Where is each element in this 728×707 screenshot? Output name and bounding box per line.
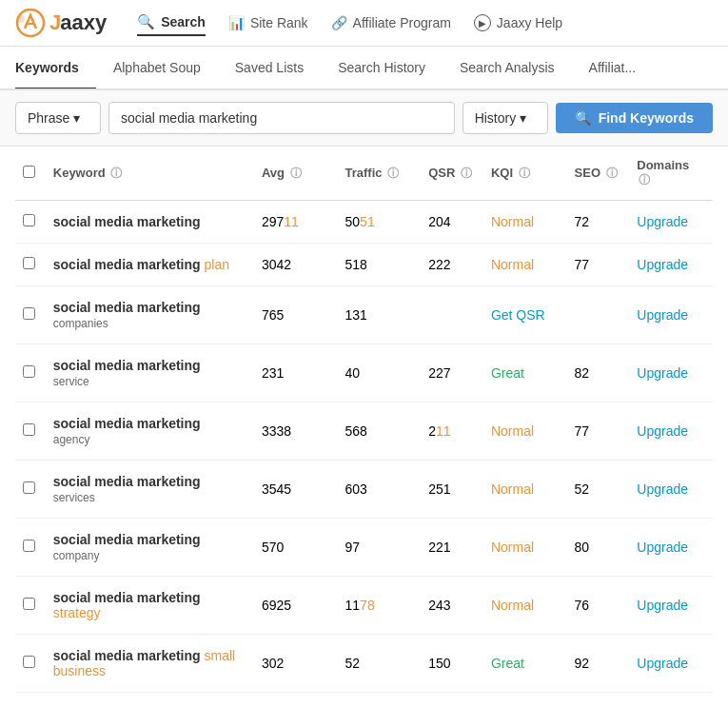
seo-cell: 77: [567, 403, 630, 461]
row-checkbox[interactable]: [23, 656, 35, 668]
domains-cell[interactable]: Upgrade: [629, 286, 713, 344]
seo-cell: 76: [567, 577, 630, 635]
table-row: social media marketingservices3545603251…: [15, 461, 713, 519]
traffic-cell: 1178: [338, 577, 422, 635]
avg-cell: 3338: [254, 403, 338, 461]
table-row: social media marketingcompanies765131Get…: [15, 286, 713, 344]
upgrade-link[interactable]: Upgrade: [637, 598, 688, 613]
history-label: History: [475, 110, 517, 126]
nav-siterank[interactable]: 📊 Site Rank: [228, 11, 308, 34]
row-checkbox[interactable]: [23, 214, 35, 226]
find-keywords-button[interactable]: 🔍 Find Keywords: [556, 103, 713, 133]
upgrade-link[interactable]: Upgrade: [637, 481, 688, 497]
upgrade-link[interactable]: Upgrade: [637, 656, 688, 671]
seo-cell: [567, 286, 630, 344]
tab-search-analysis[interactable]: Search Analysis: [443, 47, 572, 88]
row-checkbox[interactable]: [23, 481, 35, 494]
keyword-cell: social media marketingservice: [46, 344, 254, 403]
keyword-main: social media marketing: [53, 416, 201, 431]
seo-cell: 52: [567, 461, 630, 519]
domains-info-icon[interactable]: ⓘ: [639, 173, 650, 187]
nav-search[interactable]: 🔍 Search: [137, 10, 206, 36]
tab-affiliat[interactable]: Affiliat...: [572, 47, 654, 88]
keyword-cell: social media marketing strategy: [46, 577, 254, 635]
logo-icon: [15, 8, 46, 38]
qsr-cell: 221: [421, 519, 483, 577]
domains-cell[interactable]: Upgrade: [629, 344, 713, 403]
traffic-cell: 131: [338, 286, 422, 344]
row-checkbox[interactable]: [23, 257, 35, 269]
tab-saved-lists[interactable]: Saved Lists: [218, 47, 321, 88]
kqi-value: Normal: [491, 214, 534, 229]
history-dropdown[interactable]: History ▾: [462, 102, 548, 134]
nav-siterank-label: Site Rank: [250, 15, 308, 30]
kqi-value: Normal: [491, 540, 534, 555]
keyword-cell: social media marketing: [46, 201, 254, 244]
kqi-cell[interactable]: Get QSR: [483, 286, 567, 344]
row-checkbox[interactable]: [23, 540, 35, 552]
upgrade-link[interactable]: Upgrade: [637, 423, 688, 439]
row-checkbox[interactable]: [23, 423, 35, 436]
row-checkbox[interactable]: [23, 598, 35, 610]
traffic-info-icon[interactable]: ⓘ: [387, 167, 399, 180]
domains-cell[interactable]: Upgrade: [629, 201, 713, 244]
avg-cell: 302: [254, 635, 338, 693]
col-header-keyword: Keyword ⓘ: [46, 147, 254, 201]
keyword-cell: social media marketingservices: [46, 461, 254, 519]
table-row: social media marketingagency3338568211No…: [15, 403, 713, 461]
row-checkbox[interactable]: [23, 307, 35, 320]
keyword-info-icon[interactable]: ⓘ: [110, 167, 122, 180]
upgrade-link[interactable]: Upgrade: [637, 540, 688, 555]
tab-keywords[interactable]: Keywords: [15, 47, 96, 88]
kqi-cell: Normal: [483, 403, 567, 461]
kqi-value: Normal: [491, 598, 534, 613]
keyword-main: social media marketing: [53, 474, 201, 489]
keyword-main: social media marketing: [53, 532, 201, 547]
seo-cell: 92: [567, 635, 630, 693]
traffic-cell: 603: [338, 461, 422, 519]
seo-info-icon[interactable]: ⓘ: [606, 167, 618, 180]
nav-affiliate[interactable]: 🔗 Affiliate Program: [331, 11, 451, 34]
qsr-cell: 150: [421, 635, 483, 693]
qsr-info-icon[interactable]: ⓘ: [461, 167, 472, 180]
domains-cell[interactable]: Upgrade: [629, 403, 713, 461]
logo[interactable]: Jaaxy: [15, 8, 107, 38]
table-row: social media marketing strategy692511782…: [15, 577, 713, 635]
keyword-sub: service: [53, 375, 89, 388]
select-all-checkbox[interactable]: [23, 166, 35, 178]
domains-cell[interactable]: Upgrade: [629, 461, 713, 519]
traffic-cell: 5051: [338, 201, 422, 244]
tab-search-history[interactable]: Search History: [321, 47, 443, 88]
logo-j: J: [49, 10, 60, 35]
keyword-cell: social media marketing plan: [46, 244, 254, 286]
avg-cell: 29711: [254, 201, 338, 244]
keyword-sub: services: [53, 491, 95, 504]
upgrade-link[interactable]: Upgrade: [637, 257, 688, 272]
col-header-domains: Domains ⓘ: [629, 147, 713, 201]
keyword-main: social media marketing: [53, 257, 201, 272]
phrase-dropdown[interactable]: Phrase ▾: [15, 102, 101, 134]
upgrade-link[interactable]: Upgrade: [637, 214, 688, 229]
qsr-cell: 211: [421, 403, 483, 461]
nav-help[interactable]: ▶ Jaaxy Help: [474, 10, 562, 35]
avg-info-icon[interactable]: ⓘ: [290, 167, 302, 180]
tab-alphabet-soup[interactable]: Alphabet Soup: [96, 47, 218, 88]
upgrade-link[interactable]: Upgrade: [637, 365, 688, 381]
domains-cell[interactable]: Upgrade: [629, 635, 713, 693]
kqi-cell: Normal: [483, 201, 567, 244]
kqi-info-icon[interactable]: ⓘ: [519, 167, 530, 180]
col-header-avg: Avg ⓘ: [254, 147, 338, 201]
upgrade-link[interactable]: Upgrade: [637, 307, 688, 323]
keyword-main: social media marketing: [53, 214, 201, 229]
domains-cell[interactable]: Upgrade: [629, 244, 713, 286]
domains-cell[interactable]: Upgrade: [629, 577, 713, 635]
select-all-header[interactable]: [15, 147, 46, 201]
kqi-cell: Normal: [483, 519, 567, 577]
affiliate-icon: 🔗: [331, 15, 347, 30]
keyword-search-input[interactable]: [108, 102, 455, 134]
row-checkbox[interactable]: [23, 365, 35, 378]
keyword-cell: social media marketingcompany: [46, 519, 254, 577]
domains-cell[interactable]: Upgrade: [629, 519, 713, 577]
keyword-highlight: strategy: [53, 605, 101, 620]
keyword-main: social media marketing: [53, 358, 201, 373]
